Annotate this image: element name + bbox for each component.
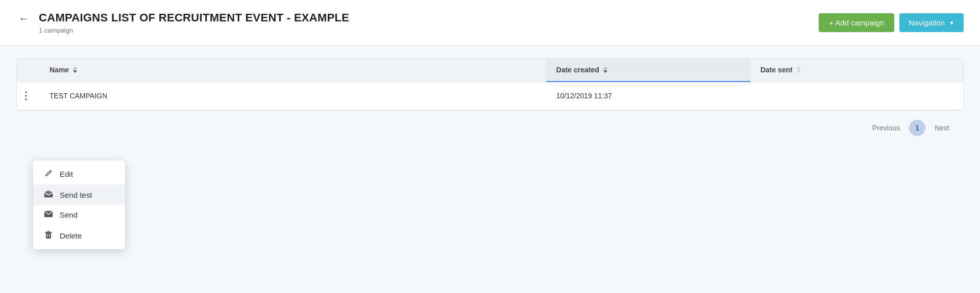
add-campaign-button[interactable]: + Add campaign [819,13,894,32]
row-menu-cell [17,82,39,110]
header-right: + Add campaign Navigation ▼ [819,13,964,32]
delete-label: Delete [60,231,82,240]
campaign-name-cell: TEST CAMPAIGN [39,82,546,110]
table-row: TEST CAMPAIGN 10/12/2019 11:37 [17,82,963,110]
date-created-sort-icon [603,67,607,73]
date-sent-sort-icon [797,67,801,73]
page-title: CAMPAIGNS LIST OF RECRUITMENT EVENT - EX… [39,11,349,24]
send-label: Send [60,210,78,219]
navigation-button[interactable]: Navigation ▼ [899,13,964,32]
th-date-created[interactable]: Date created [546,59,750,82]
date-created-value: 10/12/2019 11:37 [556,92,612,100]
table-header: Name Date created [17,59,963,82]
context-menu-delete[interactable]: Delete [33,225,125,246]
back-button[interactable]: ← [16,12,32,25]
chevron-down-icon: ▼ [949,20,954,26]
pagination: Previous 1 Next [16,111,964,140]
context-menu-edit[interactable]: Edit [33,164,125,184]
page-subtitle: 1 campaign [39,26,349,34]
envelope-icon [43,210,54,219]
th-menu [17,59,39,82]
page-header: ← CAMPAIGNS LIST OF RECRUITMENT EVENT - … [0,0,980,46]
table-body: TEST CAMPAIGN 10/12/2019 11:37 [17,82,963,110]
row-context-menu-button[interactable] [23,90,29,101]
dot-icon [25,95,27,97]
current-page-number[interactable]: 1 [909,120,925,136]
send-test-label: Send test [60,191,92,199]
campaign-name: TEST CAMPAIGN [50,92,107,100]
context-menu-send[interactable]: Send [33,205,125,225]
table-container: Name Date created [16,58,964,111]
name-sort-icon [73,67,77,73]
context-menu-send-test[interactable]: Send test [33,184,125,205]
svg-rect-1 [46,232,51,238]
context-menu: Edit Send test [33,161,125,249]
date-sent-cell [750,82,963,110]
dot-icon [25,98,27,100]
envelope-open-icon [43,190,54,199]
header-title-block: CAMPAIGNS LIST OF RECRUITMENT EVENT - EX… [39,11,349,34]
previous-button[interactable]: Previous [868,122,904,134]
th-date-sent[interactable]: Date sent [750,59,963,82]
dot-icon [25,91,27,93]
date-created-cell: 10/12/2019 11:37 [546,82,750,110]
trash-icon [43,230,54,241]
header-left: ← CAMPAIGNS LIST OF RECRUITMENT EVENT - … [16,11,349,34]
campaigns-table: Name Date created [17,59,963,110]
edit-label: Edit [60,170,73,178]
main-content: Name Date created [0,46,980,152]
pencil-icon [43,169,54,179]
navigation-label: Navigation [909,18,945,27]
next-button[interactable]: Next [930,122,953,134]
th-name[interactable]: Name [39,59,546,82]
